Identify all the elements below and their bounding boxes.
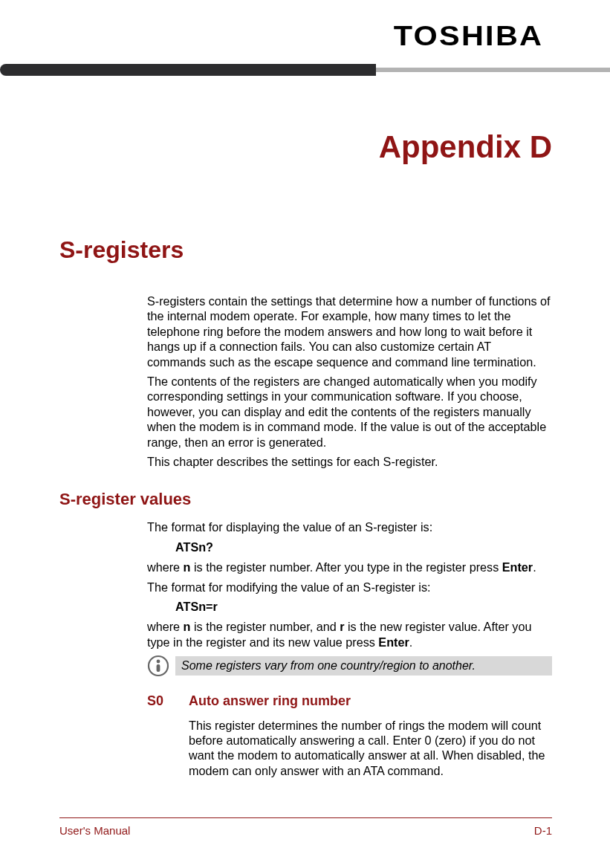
note-callout: Some registers vary from one country/reg…	[147, 655, 552, 677]
values-p4: where n is the register number, and r is…	[147, 619, 552, 650]
info-icon	[147, 655, 169, 677]
subsection-heading: S-register values	[59, 490, 552, 509]
intro-paragraph-2: The contents of the registers are change…	[147, 374, 552, 450]
appendix-title: Appendix D	[0, 129, 610, 165]
page-container: TOSHIBA Appendix D S-registers S-registe…	[0, 0, 610, 868]
intro-paragraph-3: This chapter describes the settings for …	[147, 454, 552, 469]
svg-point-1	[157, 659, 160, 663]
values-p2: where n is the register number. After yo…	[147, 560, 552, 575]
command-display: ATSn?	[175, 540, 552, 555]
content-area: S-registers S-registers contain the sett…	[0, 165, 610, 817]
command-modify: ATSn=r	[175, 599, 552, 615]
register-code: S0	[147, 693, 189, 709]
values-block: The format for displaying the value of a…	[147, 519, 552, 650]
page-footer: User's Manual D-1	[59, 817, 552, 837]
note-text: Some registers vary from one country/reg…	[175, 656, 552, 676]
header-rule	[0, 64, 610, 76]
page-header: TOSHIBA	[0, 0, 610, 76]
intro-paragraph-1: S-registers contain the settings that de…	[147, 294, 552, 369]
register-title: Auto answer ring number	[189, 693, 351, 709]
register-heading-row: S0 Auto answer ring number	[147, 693, 552, 709]
values-p3: The format for modifying the value of an…	[147, 580, 552, 595]
section-heading: S-registers	[59, 236, 552, 264]
svg-rect-2	[157, 664, 160, 672]
rule-dark-segment	[0, 64, 376, 76]
values-p1: The format for displaying the value of a…	[147, 519, 552, 535]
footer-left: User's Manual	[59, 824, 130, 837]
rule-light-segment	[376, 68, 610, 72]
intro-block: S-registers contain the settings that de…	[147, 294, 552, 469]
footer-right: D-1	[534, 824, 552, 837]
register-body: This register determines the number of r…	[189, 718, 552, 779]
brand-logo: TOSHIBA	[0, 21, 610, 52]
